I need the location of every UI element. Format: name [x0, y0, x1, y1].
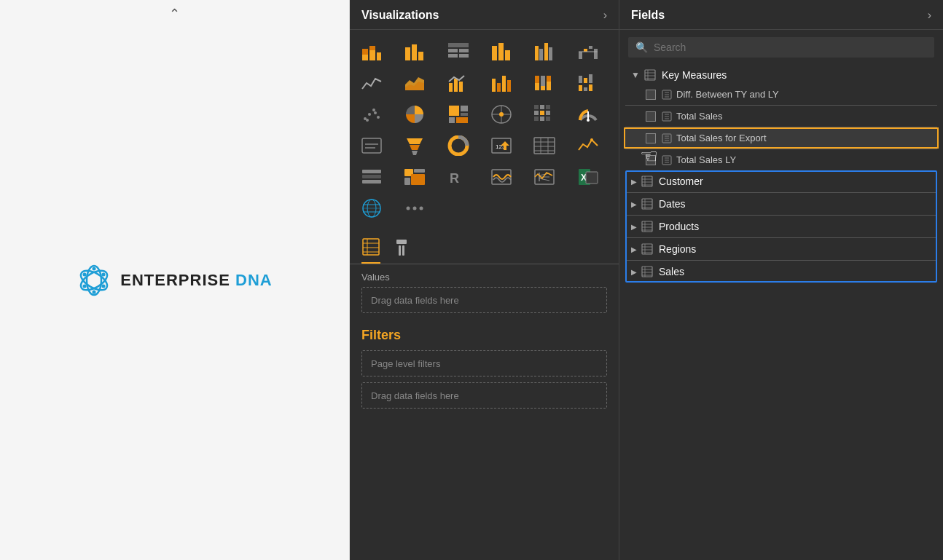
svg-rect-17 — [448, 43, 469, 47]
values-section: Values Drag data fields here — [350, 264, 619, 320]
svg-rect-44 — [535, 76, 539, 83]
viz-custom-map[interactable] — [485, 162, 517, 192]
svg-text:R: R — [450, 171, 459, 186]
viz-grouped-bar[interactable] — [528, 37, 560, 66]
field-checkbox-total-sales[interactable] — [646, 111, 656, 122]
viz-slicer[interactable] — [356, 162, 388, 192]
viz-treemap[interactable] — [442, 100, 474, 129]
table-sales-header[interactable]: ▶ Sales — [627, 262, 936, 281]
viz-excel[interactable]: X — [572, 162, 604, 192]
table-groups-box: ▶ Customer ▶ — [625, 170, 937, 283]
logo-text: ENTERPRISE DNA — [120, 271, 272, 290]
viz-column-chart[interactable] — [485, 37, 517, 66]
svg-rect-32 — [594, 49, 598, 59]
viz-matrix[interactable] — [528, 100, 560, 129]
svg-point-5 — [83, 272, 87, 276]
viz-waterfall[interactable] — [572, 37, 604, 66]
viz-combo-chart[interactable] — [442, 68, 474, 98]
field-diff-ty-ly[interactable]: Diff. Between TY and LY — [625, 85, 937, 103]
svg-rect-41 — [502, 76, 506, 92]
field-total-sales-ly[interactable]: Total Sales LY — [625, 151, 937, 169]
viz-map[interactable] — [485, 100, 517, 129]
svg-marker-85 — [407, 138, 423, 144]
svg-point-56 — [368, 113, 371, 116]
table-dates-header[interactable]: ▶ Dates — [627, 194, 936, 213]
divider-cust — [627, 192, 936, 193]
viz-funnel[interactable] — [399, 131, 431, 160]
sigma-icon-total-sales — [662, 111, 672, 122]
svg-rect-48 — [547, 76, 551, 82]
collapse-chevron[interactable]: ⌃ — [169, 6, 180, 22]
viz-donut[interactable] — [442, 131, 474, 160]
sigma-icon-diff — [662, 90, 672, 100]
viz-decomp-tree[interactable] — [528, 162, 560, 192]
svg-rect-71 — [534, 105, 539, 109]
svg-rect-18 — [448, 49, 458, 52]
viz-panel-chevron[interactable]: › — [603, 9, 607, 22]
svg-rect-51 — [589, 74, 592, 83]
field-checkbox-total-sales-ly[interactable] — [646, 155, 656, 165]
dates-expand[interactable]: ▶ — [631, 200, 637, 208]
viz-more[interactable] — [399, 194, 431, 223]
viz-pie-chart[interactable] — [399, 100, 431, 129]
svg-rect-50 — [584, 78, 587, 83]
table-regions-header[interactable]: ▶ Regions — [627, 240, 936, 259]
viz-small-multiples[interactable] — [572, 68, 604, 98]
svg-rect-106 — [411, 174, 425, 185]
viz-bar-combo[interactable] — [485, 68, 517, 98]
field-total-sales-export-label: Total Sales for Export — [676, 133, 767, 143]
table-products-header[interactable]: ▶ Products — [627, 217, 936, 236]
viz-area-chart[interactable] — [399, 68, 431, 98]
viz-stacked-bar[interactable] — [356, 37, 388, 66]
tab-fields[interactable] — [361, 237, 380, 264]
viz-kpi[interactable]: 123 — [485, 131, 517, 160]
svg-rect-53 — [584, 87, 587, 91]
viz-gauge[interactable] — [572, 100, 604, 129]
table-customer-header[interactable]: ▶ Customer — [627, 172, 936, 191]
field-checkbox-export[interactable] — [646, 133, 656, 143]
viz-line-chart[interactable] — [356, 68, 388, 98]
search-box[interactable]: 🔍 — [628, 37, 934, 58]
svg-rect-54 — [589, 84, 592, 91]
key-measures-header[interactable]: ▼ Key Measures — [625, 65, 937, 85]
svg-rect-42 — [507, 80, 511, 92]
key-measures-expand[interactable]: ▼ — [631, 70, 640, 80]
viz-table-chart[interactable] — [442, 37, 474, 66]
values-drop-zone[interactable]: Drag data fields here — [361, 287, 607, 313]
viz-bar-chart[interactable] — [399, 37, 431, 66]
viz-100percent-bar[interactable] — [528, 68, 560, 98]
divider-3 — [625, 149, 937, 149]
svg-rect-13 — [377, 52, 381, 60]
regions-expand[interactable]: ▶ — [631, 245, 637, 253]
viz-panel: Visualizations › — [350, 0, 619, 560]
svg-rect-11 — [369, 50, 375, 60]
products-expand[interactable]: ▶ — [631, 223, 637, 231]
field-total-sales-export[interactable]: Total Sales for Export — [625, 129, 937, 147]
search-icon: 🔍 — [635, 42, 648, 53]
sigma-icon-export — [662, 133, 672, 143]
svg-point-70 — [499, 112, 504, 117]
filters-drop-zone[interactable]: Drag data fields here — [361, 382, 607, 409]
svg-point-7 — [83, 284, 87, 288]
svg-rect-37 — [454, 79, 458, 92]
customer-expand[interactable]: ▶ — [631, 178, 637, 186]
sales-expand[interactable]: ▶ — [631, 268, 637, 276]
key-measures-label: Key Measures — [662, 69, 727, 81]
search-input[interactable] — [654, 42, 927, 53]
viz-line-sparkline[interactable] — [572, 131, 604, 160]
viz-r-visual[interactable]: R — [442, 162, 474, 192]
sales-label: Sales — [659, 266, 684, 277]
logo-area: ENTERPRISE DNA — [77, 263, 272, 298]
tab-format[interactable] — [392, 238, 411, 263]
viz-card[interactable] — [356, 131, 388, 160]
viz-filled-map[interactable] — [399, 162, 431, 192]
field-total-sales[interactable]: Total Sales — [625, 107, 937, 125]
svg-rect-52 — [579, 85, 582, 91]
viz-globe[interactable] — [356, 194, 388, 223]
fields-panel-chevron[interactable]: › — [928, 9, 931, 22]
viz-table-grid[interactable] — [528, 131, 560, 160]
svg-rect-75 — [540, 111, 544, 115]
field-checkbox-diff[interactable] — [646, 90, 656, 100]
viz-scatter[interactable] — [356, 100, 388, 129]
svg-rect-20 — [448, 54, 458, 58]
